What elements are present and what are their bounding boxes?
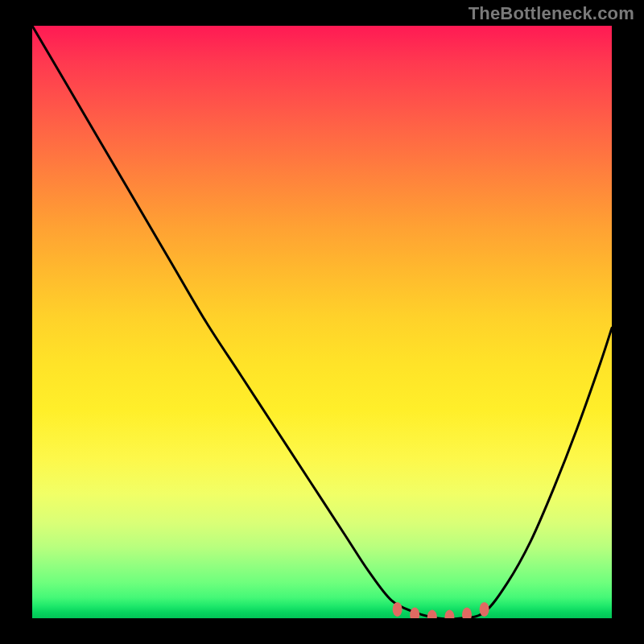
plateau-pip bbox=[427, 610, 437, 618]
watermark-text: TheBottleneck.com bbox=[469, 3, 634, 24]
plateau-pip bbox=[480, 602, 489, 617]
plateau-pip bbox=[444, 610, 454, 618]
chart-frame: TheBottleneck.com bbox=[0, 0, 644, 644]
bottleneck-curve-svg bbox=[32, 26, 612, 618]
plateau-pip bbox=[462, 608, 472, 618]
plot-area bbox=[32, 26, 612, 618]
plateau-pip bbox=[410, 608, 419, 618]
plateau-pip bbox=[393, 602, 402, 617]
bottleneck-curve-path bbox=[32, 26, 612, 618]
